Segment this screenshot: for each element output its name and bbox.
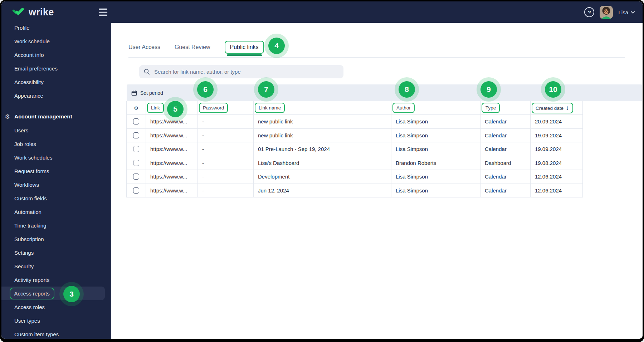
table-row[interactable]: https://www.w...-01 Pre-Launch - Sep 19,… (127, 142, 582, 156)
user-name: Lisa (618, 9, 628, 15)
annotation-badge-6: 6 (197, 81, 214, 98)
table-row[interactable]: https://www.w...-new public linkLisa Sim… (127, 129, 582, 143)
sidebar-item-security[interactable]: Security (1, 259, 111, 273)
column-header-type: Type (480, 101, 531, 115)
cell-password: - (198, 129, 254, 143)
row-checkbox[interactable] (133, 146, 139, 152)
cell-created-date: 20.09.2024 (531, 115, 582, 129)
app-window: wrike ? Lisa (1, 1, 643, 339)
sidebar-section-account-management[interactable]: ⚙ Account management (1, 110, 111, 123)
column-header-box-password[interactable]: Password (199, 103, 228, 113)
search-icon (144, 69, 150, 75)
column-header-password: Password (198, 101, 254, 115)
annotation-badge-3: 3 (63, 286, 80, 302)
wrike-logo: wrike (12, 7, 54, 18)
sidebar-item-users[interactable]: Users (1, 123, 111, 137)
sidebar-item-work-schedules[interactable]: Work schedules (1, 151, 111, 164)
sidebar-section-label: Account management (14, 113, 72, 120)
sidebar-item-custom-fields[interactable]: Custom fields (1, 191, 111, 205)
cell-author: Lisa Simpson (391, 142, 480, 156)
search-input[interactable] (153, 68, 339, 75)
row-checkbox-cell (127, 115, 146, 129)
cell-password: - (198, 184, 254, 198)
sidebar-section-list: UsersJob rolesWork schedulesRequest form… (1, 123, 111, 339)
search-bar (139, 65, 343, 78)
table-settings-gear-icon[interactable]: ⚙ (127, 101, 146, 115)
sidebar-item-access-reports[interactable]: Access reports (1, 287, 105, 300)
cell-link-name: new public link (254, 129, 391, 143)
sidebar-item-request-forms[interactable]: Request forms (1, 164, 111, 178)
sidebar-item-custom-item-types[interactable]: Custom item types (1, 327, 111, 339)
sidebar-item-profile[interactable]: Profile (1, 23, 111, 34)
cell-password: - (198, 170, 254, 184)
cell-link-name: 01 Pre-Launch - Sep 19, 2024 (254, 142, 391, 156)
sidebar-item-access-roles[interactable]: Access roles (1, 300, 111, 314)
row-checkbox-cell (127, 184, 146, 198)
column-header-box-author[interactable]: Author (392, 103, 415, 113)
table-header-row: ⚙LinkPasswordLink nameAuthorTypeCreated … (127, 101, 582, 115)
table-row[interactable]: https://www.w...-Lisa's DashboardBrandon… (127, 156, 582, 170)
column-header-box-link[interactable]: Link (147, 103, 164, 113)
annotation-badge-8: 8 (399, 81, 415, 98)
cell-link-name: Jun 12, 2024 (254, 184, 391, 198)
tab-public-links[interactable]: Public links (225, 41, 264, 54)
avatar[interactable] (600, 6, 613, 19)
set-period-button[interactable]: Set period (140, 90, 163, 96)
cell-link-name: Development (254, 170, 391, 184)
user-menu[interactable]: Lisa (618, 9, 635, 15)
column-header-box-type[interactable]: Type (482, 103, 500, 113)
sidebar-top-list: ProfileWork scheduleAccount infoEmail pr… (1, 23, 111, 102)
cell-type: Calendar (480, 184, 531, 198)
screenshot-frame: wrike ? Lisa (0, 0, 644, 342)
sidebar-item-settings[interactable]: Settings (1, 246, 111, 259)
sidebar-item-time-tracking[interactable]: Time tracking (1, 219, 111, 232)
row-checkbox-cell (127, 129, 146, 143)
top-navbar: wrike ? Lisa (1, 1, 643, 23)
cell-link-name: Lisa's Dashboard (254, 156, 391, 170)
cell-link: https://www.w... (146, 142, 198, 156)
annotation-badge-10: 10 (545, 81, 561, 98)
table-row[interactable]: https://www.w...-DevelopmentLisa Simpson… (127, 170, 582, 184)
row-checkbox-cell (127, 142, 146, 156)
cell-link: https://www.w... (146, 170, 198, 184)
cell-password: - (198, 142, 254, 156)
sidebar-item-user-types[interactable]: User types (1, 314, 111, 327)
menu-toggle-button[interactable] (97, 7, 109, 18)
tab-guest-review[interactable]: Guest Review (175, 44, 210, 50)
annotation-highlight-box: Access reports (10, 288, 54, 299)
column-header-box-link-name[interactable]: Link name (255, 103, 285, 113)
annotation-badge-4: 4 (268, 38, 285, 54)
row-checkbox[interactable] (133, 118, 139, 124)
table-row[interactable]: https://www.w...-Jun 12, 2024Lisa Simpso… (127, 184, 582, 198)
column-header-link-name: Link name (254, 101, 391, 115)
sidebar-item-workflows[interactable]: Workflows (1, 178, 111, 191)
cell-author: Lisa Simpson (391, 129, 480, 143)
sidebar-item-subscription[interactable]: Subscription (1, 232, 111, 246)
cell-link: https://www.w... (146, 184, 198, 198)
cell-link: https://www.w... (146, 156, 198, 170)
main-content: User AccessGuest ReviewPublic links (111, 23, 643, 339)
row-checkbox[interactable] (133, 160, 139, 166)
column-header-box-created-date[interactable]: Created date↓ (532, 103, 573, 113)
sidebar-item-automation[interactable]: Automation (1, 205, 111, 219)
row-checkbox[interactable] (133, 187, 139, 194)
sidebar-item-activity-reports[interactable]: Activity reports (1, 273, 111, 287)
row-checkbox[interactable] (133, 174, 139, 180)
cell-created-date: 19.09.2024 (531, 129, 582, 143)
help-icon[interactable]: ? (584, 7, 594, 17)
tab-user-access[interactable]: User Access (128, 44, 160, 50)
annotation-badge-5: 5 (167, 101, 184, 117)
row-checkbox[interactable] (133, 132, 139, 138)
sidebar-item-account-info[interactable]: Account info (1, 48, 111, 62)
cell-link: https://www.w... (146, 115, 198, 129)
cell-author: Lisa Simpson (391, 184, 480, 198)
logo-text: wrike (29, 7, 54, 18)
sidebar-item-appearance[interactable]: Appearance (1, 89, 111, 102)
sidebar-item-email-preferences[interactable]: Email preferences (1, 62, 111, 75)
sidebar-item-accessibility[interactable]: Accessibility (1, 75, 111, 89)
sidebar: ProfileWork scheduleAccount infoEmail pr… (1, 23, 111, 339)
sidebar-item-work-schedule[interactable]: Work schedule (1, 34, 111, 48)
sidebar-item-job-roles[interactable]: Job roles (1, 137, 111, 151)
cell-link-name: new public link (254, 115, 391, 129)
table-row[interactable]: https://www.w...-new public linkLisa Sim… (127, 115, 582, 129)
